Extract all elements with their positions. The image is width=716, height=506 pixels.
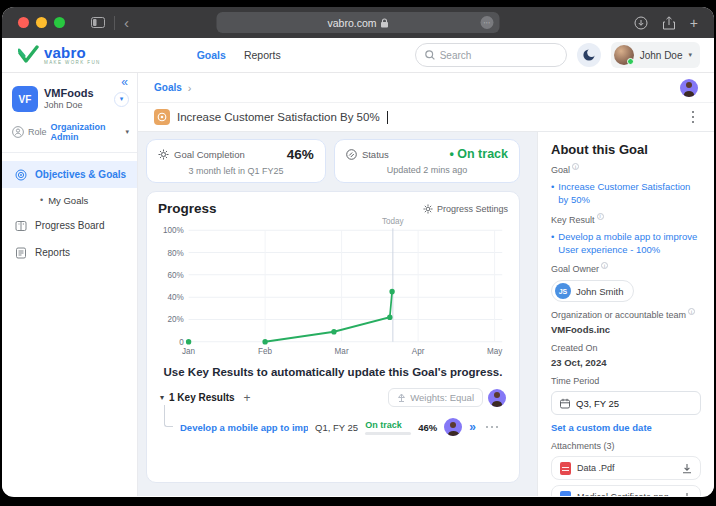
chrome-divider: [114, 16, 115, 30]
downloads-icon[interactable]: [634, 16, 648, 30]
status-card: Status • On track Updated 2 mins ago: [334, 139, 520, 183]
add-key-result-button[interactable]: +: [244, 391, 251, 405]
goal-completion-label: Goal Completion: [174, 149, 245, 160]
sidebar-item-label: Objectives & Goals: [35, 169, 126, 180]
expand-double-chevron-icon[interactable]: »: [469, 420, 476, 434]
sidebar-item-reports[interactable]: Reports: [2, 239, 137, 266]
time-period-select[interactable]: Q3, FY 25: [551, 391, 701, 415]
search-box[interactable]: [415, 43, 567, 67]
dark-mode-toggle[interactable]: [577, 43, 601, 67]
tab-goals[interactable]: Goals: [197, 49, 226, 61]
goal-completion-card: Goal Completion 46% 3 month left in Q1 F…: [146, 139, 326, 183]
extensions-icon[interactable]: ⋯: [481, 16, 494, 29]
search-icon: [425, 50, 435, 60]
tree-elbow: [164, 405, 173, 427]
key-results-caret-icon[interactable]: ▾: [160, 393, 164, 402]
key-result-percent: 46%: [418, 422, 437, 433]
breadcrumb-chevron-icon: ›: [188, 82, 192, 94]
attachment-row[interactable]: Data .Pdf: [551, 456, 701, 480]
bullet-icon: •: [40, 195, 43, 205]
goal-completion-value: 46%: [287, 147, 314, 162]
sidebar-divider: [2, 152, 137, 153]
info-icon: i: [597, 213, 604, 220]
back-icon[interactable]: ‹: [124, 15, 129, 30]
key-results-count: 1 Key Results: [169, 392, 235, 403]
pdf-file-icon: [560, 462, 571, 475]
new-tab-icon[interactable]: +: [690, 16, 698, 30]
sidebar-collapse-icon[interactable]: «: [121, 75, 128, 89]
chevron-down-icon: ▾: [688, 51, 692, 59]
org-chevron-icon[interactable]: ▾: [114, 92, 129, 107]
minimize-window-button[interactable]: [36, 17, 47, 28]
zoom-window-button[interactable]: [54, 17, 65, 28]
created-on-value: 23 Oct, 2024: [551, 357, 701, 368]
about-key-result-link[interactable]: •Develop a mobile app to improve User ex…: [551, 230, 701, 257]
goal-title-input[interactable]: Increase Customer Satisfaction By 50%: [177, 111, 380, 123]
search-input[interactable]: [440, 50, 550, 61]
progress-card: Progress Progress Settings 100%80%60%40%…: [146, 191, 520, 483]
browser-chrome: ‹ vabro.com ⋯ +: [2, 7, 714, 38]
sidebar-item-objectives-goals[interactable]: Objectives & Goals: [2, 161, 137, 188]
attachments-label: Attachments (3): [551, 441, 701, 451]
goal-owner-chip[interactable]: JS John Smith: [551, 280, 634, 302]
goal-title-row: Increase Customer Satisfaction By 50%: [138, 102, 714, 132]
svg-text:Today: Today: [382, 216, 404, 226]
url-bar[interactable]: vabro.com ⋯: [217, 12, 500, 33]
attachment-row[interactable]: Medical Certificate.png: [551, 485, 701, 496]
image-file-icon: [560, 491, 571, 496]
download-icon[interactable]: [682, 463, 692, 474]
progress-settings-button[interactable]: Progress Settings: [423, 204, 508, 214]
status-value: • On track: [449, 147, 508, 161]
custom-due-date-link[interactable]: Set a custom due date: [551, 422, 701, 433]
report-icon: [15, 247, 27, 259]
brand-tagline: MAKE WORK FUN: [44, 61, 101, 66]
close-window-button[interactable]: [18, 17, 29, 28]
collaborator-avatar[interactable]: [680, 79, 698, 97]
sidebar-item-my-goals[interactable]: • My Goals: [2, 188, 137, 212]
sidebar: « VF VMFoods John Doe ▾ Role Organizatio…: [2, 73, 138, 496]
status-label: Status: [362, 149, 389, 160]
goal-menu-icon[interactable]: [688, 107, 699, 128]
sidebar-item-progress-board[interactable]: Progress Board: [2, 212, 137, 239]
download-icon[interactable]: [682, 492, 692, 496]
key-result-menu-icon[interactable]: [483, 423, 502, 432]
attachment-name: Data .Pdf: [577, 463, 676, 473]
app-navbar: vabro MAKE WORK FUN Goals Reports: [2, 38, 714, 73]
svg-text:Jan: Jan: [182, 346, 195, 356]
owner-name: John Smith: [576, 286, 624, 297]
org-avatar: VF: [12, 86, 38, 112]
key-result-link[interactable]: Develop a mobile app to improve Us...: [180, 422, 308, 433]
org-name: VMFoods: [44, 87, 108, 101]
svg-text:Apr: Apr: [412, 346, 425, 356]
brand-name: vabro: [44, 45, 101, 60]
board-icon: [15, 220, 27, 232]
about-goal-link[interactable]: •Increase Customer Satisfaction by 50%: [551, 180, 701, 207]
created-on-label: Created On: [551, 343, 701, 353]
role-selector[interactable]: Role Organization Admin ▾: [2, 118, 137, 146]
info-icon: i: [601, 262, 608, 269]
svg-text:100%: 100%: [163, 225, 184, 235]
tab-reports[interactable]: Reports: [244, 49, 281, 61]
share-icon[interactable]: [663, 16, 675, 30]
svg-text:20%: 20%: [168, 314, 185, 324]
assignee-avatar[interactable]: [488, 389, 506, 407]
key-result-avatar[interactable]: [444, 418, 462, 436]
calendar-icon: [560, 398, 570, 409]
org-switcher[interactable]: VF VMFoods John Doe ▾: [2, 76, 137, 118]
goal-detail-pane: Goal Completion 46% 3 month left in Q1 F…: [138, 132, 537, 496]
role-label: Role: [28, 127, 47, 137]
breadcrumb: Goals ›: [138, 73, 714, 102]
sidebar-toggle-icon[interactable]: [91, 17, 105, 28]
user-menu[interactable]: John Doe ▾: [611, 42, 700, 68]
target-icon: [15, 169, 27, 181]
org-user: John Doe: [44, 100, 108, 111]
moon-icon: [582, 48, 596, 62]
brand-check-icon: [18, 45, 40, 65]
breadcrumb-goals-link[interactable]: Goals: [154, 82, 182, 93]
svg-text:Feb: Feb: [258, 346, 272, 356]
settings-gear-icon: [423, 204, 433, 214]
info-icon: i: [688, 308, 695, 315]
brand-logo[interactable]: vabro MAKE WORK FUN: [18, 45, 101, 66]
weights-button[interactable]: Weights: Equal: [388, 388, 483, 407]
sidebar-subitem-label: My Goals: [48, 195, 88, 206]
